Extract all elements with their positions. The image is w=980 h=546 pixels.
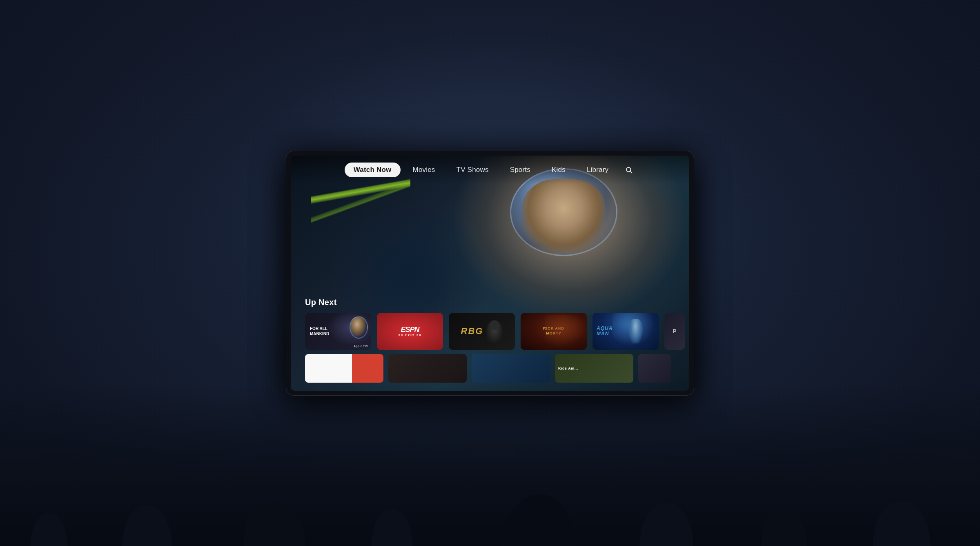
- appletv-badge: Apple TV+: [354, 345, 369, 348]
- bottom-card-kids[interactable]: Kids Am...: [555, 354, 633, 383]
- rbg-figure: [486, 320, 503, 343]
- astronaut-face: [522, 179, 606, 251]
- svg-line-1: [630, 171, 632, 173]
- audience-silhouette: [0, 383, 980, 546]
- card-for-all-mankind[interactable]: FOR ALLMANKIND Apple TV+: [305, 313, 371, 350]
- search-icon[interactable]: [622, 163, 635, 176]
- up-next-title: Up Next: [305, 298, 675, 307]
- up-next-row: FOR ALLMANKIND Apple TV+ ESPN 30 FOR 30: [305, 313, 675, 350]
- espn-sub-text: 30 FOR 30: [398, 333, 421, 337]
- rbg-title: RBG: [461, 326, 483, 337]
- up-next-section: Up Next FOR ALLMANKIND Apple TV+ ESP: [291, 298, 689, 350]
- espn-text: ESPN: [398, 325, 421, 334]
- bottom-shelf: Kids Am...: [291, 354, 689, 387]
- tv-screen: Watch Now Movies TV Shows Sports Kids Li…: [291, 156, 689, 391]
- card-aquaman[interactable]: AQUAMAN: [592, 313, 659, 350]
- aquaman-body: [628, 319, 643, 343]
- partial-card-label: P: [673, 328, 676, 334]
- bottom-card-mystery[interactable]: [388, 354, 467, 383]
- card-rick-and-morty[interactable]: RICK ANDMORTY: [521, 313, 587, 350]
- nav-kids[interactable]: Kids: [543, 163, 575, 177]
- navigation-bar: Watch Now Movies TV Shows Sports Kids Li…: [291, 156, 689, 184]
- tv-frame: Watch Now Movies TV Shows Sports Kids Li…: [286, 151, 694, 396]
- nav-movies[interactable]: Movies: [404, 163, 444, 177]
- bottom-card-blue[interactable]: [472, 354, 550, 383]
- card-astronaut-icon: [350, 316, 368, 339]
- aquaman-title: AQUAMAN: [597, 326, 612, 337]
- card-partial[interactable]: P: [664, 313, 685, 350]
- card-espn-30-for-30[interactable]: ESPN 30 FOR 30: [377, 313, 443, 350]
- kids-card-label: Kids Am...: [558, 366, 578, 370]
- aquaman-figure-bg: [612, 313, 659, 350]
- espn-logo: ESPN 30 FOR 30: [398, 325, 421, 337]
- news-card-inner: [305, 354, 383, 383]
- nav-watch-now[interactable]: Watch Now: [345, 163, 401, 177]
- bottom-card-partial[interactable]: [638, 354, 671, 383]
- nav-library[interactable]: Library: [578, 163, 617, 177]
- card-rbg[interactable]: RBG: [449, 313, 515, 350]
- nav-sports[interactable]: Sports: [501, 163, 539, 177]
- rbg-head: [490, 321, 499, 330]
- nav-tv-shows[interactable]: TV Shows: [448, 163, 498, 177]
- rick-morty-bg-creature: [545, 315, 585, 348]
- bottom-card-news[interactable]: [305, 354, 383, 383]
- card-rick-morty-inner: RICK ANDMORTY: [521, 313, 587, 350]
